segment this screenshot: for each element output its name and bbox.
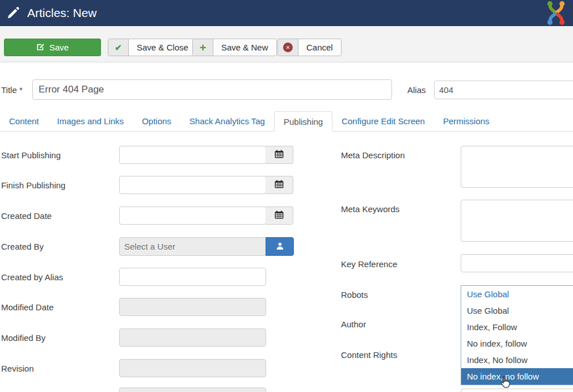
save-and-close-label: Save & Close — [129, 39, 196, 56]
finish-publishing-calendar-button[interactable] — [266, 176, 293, 194]
tab-permissions[interactable]: Permissions — [434, 111, 499, 131]
created-by-alias-label: Created by Alias — [1, 272, 63, 282]
modified-by-input — [119, 328, 266, 347]
save-and-new-label: Save & New — [213, 39, 276, 56]
user-icon — [276, 242, 284, 252]
robots-option-index-follow[interactable]: Index, Follow — [461, 319, 573, 335]
admin-header: Articles: New — [0, 0, 573, 26]
edit-tabs: Content Images and Links Options Shack A… — [0, 111, 573, 132]
select-user-button[interactable] — [266, 237, 294, 256]
start-publishing-calendar-button[interactable] — [266, 146, 293, 164]
left-partial-input — [119, 387, 266, 392]
created-by-alias-input[interactable] — [119, 268, 266, 286]
cancel-button[interactable]: ✕ Cancel — [277, 39, 342, 56]
robots-option-no-index-no-follow[interactable]: No index, no follow — [461, 368, 573, 385]
author-label: Author — [341, 319, 366, 329]
tab-shack-analytics-tag[interactable]: Shack Analytics Tag — [180, 111, 274, 131]
created-by-label: Created By — [1, 242, 44, 251]
content-rights-label: Content Rights — [341, 350, 397, 360]
robots-select-open: Use Global Use Global Index, Follow No i… — [461, 285, 573, 385]
start-publishing-label: Start Publishing — [1, 150, 61, 160]
check-icon: ✔ — [108, 39, 129, 56]
key-reference-input[interactable] — [461, 254, 573, 272]
tab-images-and-links[interactable]: Images and Links — [48, 111, 133, 131]
created-date-label: Created Date — [1, 211, 52, 221]
toolbar: Save ✔ Save & Close + Save & New ✕ Cance… — [0, 26, 573, 62]
created-date-input[interactable] — [119, 206, 266, 225]
tab-publishing[interactable]: Publishing — [274, 111, 332, 132]
robots-selected-value[interactable]: Use Global — [461, 286, 573, 302]
finish-publishing-input[interactable] — [119, 176, 266, 194]
robots-label: Robots — [341, 290, 368, 300]
calendar-icon — [275, 210, 284, 221]
articles-new-page: Articles: New — [0, 0, 573, 392]
calendar-icon — [275, 150, 284, 160]
cancel-label: Cancel — [298, 39, 341, 56]
title-label: Title * — [1, 85, 23, 95]
robots-option-index-no-follow[interactable]: Index, No follow — [461, 352, 573, 368]
created-date-calendar-button[interactable] — [266, 206, 293, 225]
tab-configure-edit-screen[interactable]: Configure Edit Screen — [332, 111, 434, 131]
created-by-input[interactable] — [119, 237, 266, 256]
title-input[interactable] — [32, 79, 392, 100]
hand-cursor-icon — [499, 376, 511, 390]
robots-option-no-index-follow[interactable]: No index, follow — [461, 335, 573, 352]
revision-label: Revision — [1, 364, 34, 373]
robots-option-use-global[interactable]: Use Global — [461, 302, 573, 319]
alias-input[interactable] — [434, 81, 573, 99]
plus-icon: + — [193, 39, 213, 56]
save-button[interactable]: Save — [4, 39, 101, 56]
save-and-close-button[interactable]: ✔ Save & Close — [108, 39, 197, 56]
cancel-circle-icon: ✕ — [278, 39, 298, 56]
revision-input — [119, 359, 266, 377]
save-and-new-button[interactable]: + Save & New — [192, 39, 277, 56]
right-partial-input[interactable] — [461, 389, 573, 392]
edit-icon — [36, 43, 45, 53]
key-reference-label: Key Reference — [341, 259, 397, 269]
page-title: Articles: New — [27, 0, 97, 26]
alias-label: Alias — [407, 85, 426, 95]
finish-publishing-label: Finish Publishing — [1, 180, 65, 190]
joomla-logo-icon — [540, 0, 572, 26]
meta-keywords-label: Meta Keywords — [341, 204, 399, 214]
start-publishing-input[interactable] — [119, 146, 266, 164]
modified-date-label: Modified Date — [1, 302, 54, 312]
modified-by-label: Modified By — [1, 333, 45, 343]
meta-keywords-textarea[interactable] — [461, 200, 573, 242]
tab-content[interactable]: Content — [0, 111, 48, 131]
tab-options[interactable]: Options — [133, 111, 180, 131]
meta-description-label: Meta Description — [341, 150, 405, 160]
modified-date-input — [119, 298, 266, 316]
meta-description-textarea[interactable] — [461, 146, 573, 188]
save-label: Save — [49, 43, 69, 52]
pencil-icon — [6, 6, 20, 20]
calendar-icon — [275, 180, 284, 190]
